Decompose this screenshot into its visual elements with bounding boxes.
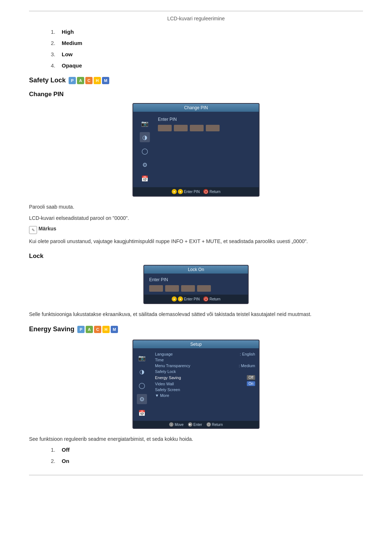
menu-item-more: ▼ More [155,393,255,398]
setup-gear-icon: ⚙ [139,396,144,403]
setup-input-icon: ◯ [139,382,145,389]
change-pin-text-2: LCD-kuvari eelseadistatud parool on "000… [29,214,363,222]
setup-sidebar-icon-4: ⚙ [137,394,147,404]
footer-move: ↕ Move [169,422,183,427]
lock-btn-red: ◯ [203,296,208,301]
lock-btn-yellow-2: ● [178,296,183,301]
enter-pin-btn: ● ● Enter PIN [172,189,200,194]
setup-sidebar-icon-1: 📷 [137,353,147,363]
sidebar-icon-3: ◯ [140,146,150,156]
return-btn: ◯ Return [203,189,220,194]
menu-item-safety-lock: Safety Lock [155,369,255,374]
es-badge-p: P [77,326,85,333]
move-icon: ↕ [169,422,173,427]
transparency-list: 1. High 2. Medium 3. Low 4. Opaque [51,29,363,69]
lock-pin-field-3 [181,285,195,292]
es-list-item-off: 1. Off [51,447,363,453]
note-icon: ✎ [29,226,37,234]
energy-saving-section: Energy Saving P A C H M [29,325,363,333]
bottom-border [29,475,363,475]
change-pin-screen: Change PIN 📷 ◑ ◯ ⚙ 📅 [132,103,260,197]
setup-screen: Setup 📷 ◑ ◯ ⚙ 📅 [132,340,260,429]
list-item: 2. Medium [51,40,363,46]
setup-info-icon: 📅 [138,410,146,416]
badge-c: C [85,77,93,84]
setup-picture-icon: 📷 [138,354,146,361]
return-icon: ◯ [207,422,211,427]
badge-a: A [77,77,84,84]
safety-lock-section: Safety Lock P A C H M [29,77,363,84]
sidebar-icon-2: ◑ [140,132,150,142]
note-label: Märkus [38,226,56,231]
pin-field-3 [190,125,204,131]
badge-m: M [102,77,109,84]
sidebar-icon-4: ⚙ [140,160,150,170]
es-badge-c: C [94,326,101,333]
menu-item-transparency: Menu Transparency : Medium [155,363,255,369]
setup-screen-wrapper: Setup 📷 ◑ ◯ ⚙ 📅 [29,340,363,429]
setup-icon: ⚙ [142,161,147,168]
es-badge-a: A [86,326,93,333]
lock-pin-field-4 [197,285,211,292]
setup-sidebar-icon-3: ◯ [137,380,147,390]
note-box: ✎ Märkus [29,226,363,234]
btn-yellow-circle-2: ● [178,189,183,194]
lock-pin-field-2 [165,285,179,292]
list-item: 3. Low [51,51,363,57]
menu-item-energy-saving: Energy Saving Off [155,374,255,381]
screen-sidebar: 📷 ◑ ◯ ⚙ 📅 [140,117,154,184]
lock-btn-yellow-1: ● [172,296,177,301]
setup-title-bar: Setup [133,340,259,348]
change-pin-text-1: Parooli saab muuta. [29,203,363,211]
setup-screen-footer: ↕ Move ▶ Enter ◯ Return [133,421,259,428]
adjust-icon: ◑ [142,134,147,141]
video-wall-on-badge: On [247,381,255,386]
setup-adjust-icon: ◑ [139,368,144,375]
lock-enter-pin-btn: ● ● Enter PIN [172,296,200,301]
list-item: 1. High [51,29,363,35]
lock-heading: Lock [29,253,363,260]
safety-lock-badges: P A C H M [69,77,109,84]
energy-saving-badges: P A C H M [77,326,118,333]
screen-footer: ● ● Enter PIN ◯ Return [133,187,259,196]
menu-item-time: Time [155,357,255,363]
screen-content: Enter PIN [158,117,252,184]
note-text: Kui olete parooli unustanud, vajutage ka… [29,238,363,245]
lock-screen-wrapper: Lock On Enter PIN ● ● Enter PIN ◯ [29,265,363,304]
setup-sidebar: 📷 ◑ ◯ ⚙ 📅 [137,351,151,418]
energy-saving-off-badge: Off [247,375,255,380]
lock-enter-pin-label: Enter PIN [149,277,243,282]
enter-pin-label: Enter PIN [158,117,252,122]
picture-icon: 📷 [141,120,148,127]
setup-sidebar-icon-2: ◑ [137,366,147,377]
sidebar-icon-5: 📅 [140,173,150,184]
lock-screen-body: Enter PIN [144,274,248,295]
menu-item-language: Language : English [155,351,255,357]
badge-p: P [69,77,76,84]
energy-saving-list: 1. Off 2. On [51,447,363,464]
es-badge-h: H [102,326,110,333]
lock-pin-field-1 [149,285,163,292]
enter-icon: ▶ [188,422,192,427]
sidebar-icon-1: 📷 [140,118,150,128]
pin-field-2 [174,125,188,131]
lock-screen-footer: ● ● Enter PIN ◯ Return [144,295,248,303]
lock-return-btn: ◯ Return [203,296,220,301]
list-item: 4. Opaque [51,62,363,69]
es-badge-m: M [111,326,118,333]
pin-field-1 [158,125,172,131]
pin-fields [158,125,252,131]
es-list-item-on: 2. On [51,458,363,464]
menu-item-safety-screen: Safety Screen [155,387,255,393]
change-pin-heading: Change PIN [29,91,363,98]
lock-pin-fields [149,285,243,292]
menu-item-video-wall: Video Wall On [155,381,255,387]
change-pin-screen-wrapper: Change PIN 📷 ◑ ◯ ⚙ 📅 [29,103,363,197]
badge-h: H [94,77,101,84]
energy-saving-description: See funktsioon reguleerib seadme energia… [29,435,363,443]
lock-description: Selle funktsiooniga lukustatakse ekraani… [29,311,363,318]
page-title: LCD-kuvari reguleerimine [29,16,363,21]
info-icon: 📅 [141,175,148,182]
pin-field-4 [206,125,220,131]
footer-enter: ▶ Enter [188,422,202,427]
